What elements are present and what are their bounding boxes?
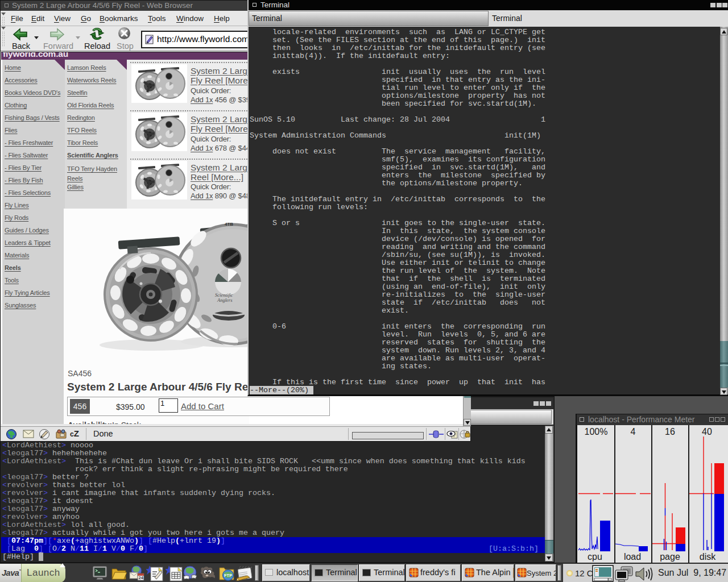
svg-text:page: page: [660, 552, 680, 562]
svg-text:load: load: [624, 552, 641, 562]
svg-text:4: 4: [631, 427, 636, 436]
svg-text:16: 16: [665, 427, 675, 436]
svg-text:40: 40: [702, 427, 712, 436]
svg-text:24: 24: [139, 575, 144, 580]
svg-text:cpu: cpu: [588, 552, 602, 562]
svg-text:disk: disk: [700, 552, 716, 562]
svg-text:Anglers: Anglers: [217, 297, 233, 303]
svg-text:4TB: 4TB: [225, 222, 233, 227]
svg-text:FTP: FTP: [224, 573, 232, 578]
svg-text:100%: 100%: [585, 427, 608, 436]
